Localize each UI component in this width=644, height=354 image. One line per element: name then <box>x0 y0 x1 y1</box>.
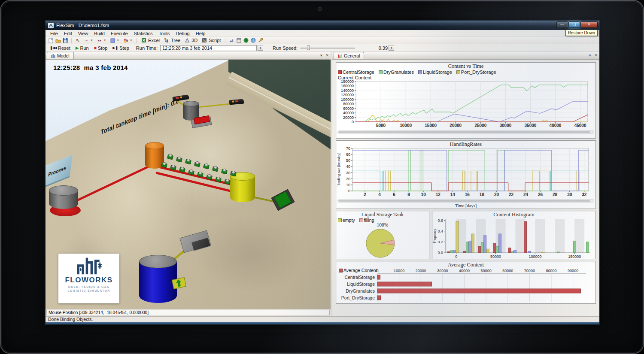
menu-file[interactable]: File <box>47 30 61 36</box>
menu-statistics[interactable]: Statistics <box>131 30 156 36</box>
run-icon: ▶ <box>76 45 79 50</box>
general-pane-menu-icon[interactable]: ▾ <box>589 53 591 57</box>
svg-text:0.0: 0.0 <box>437 251 443 255</box>
slider-thumb[interactable] <box>307 45 310 50</box>
flow-icon[interactable]: ⇄ <box>228 37 234 43</box>
restore-button[interactable]: ❐ <box>568 21 580 28</box>
reset-button[interactable]: ❚◀◀Reset <box>47 45 73 51</box>
menu-edit[interactable]: Edit <box>61 30 75 36</box>
tab-general[interactable]: General <box>334 52 364 59</box>
fill-tool-icon <box>109 37 115 43</box>
svg-text:50: 50 <box>346 158 350 163</box>
truck <box>212 166 219 172</box>
floworks-subtitle1: BULK, FLUIDS & GAS <box>68 285 109 288</box>
current-content-label: Current Content <box>336 75 595 80</box>
model-tabstrip: Model ▾✕ <box>46 52 331 60</box>
chart1-scrollbar[interactable] <box>337 130 594 134</box>
svg-text:40000: 40000 <box>343 111 354 115</box>
window-layout-icon[interactable] <box>236 37 242 43</box>
truck <box>194 161 200 167</box>
general-pane-close-icon[interactable]: ✕ <box>594 53 598 57</box>
run-speed-slider[interactable] <box>300 45 355 51</box>
svg-text:15000: 15000 <box>425 123 437 128</box>
svg-text:4: 4 <box>378 192 381 197</box>
truck <box>170 165 176 170</box>
library-tool-button[interactable]: ▾ <box>122 37 134 43</box>
run-time-dropdown[interactable]: ▾ <box>258 45 263 51</box>
chart-content-histogram: Content Histogram 0.00.20.40.60500001000… <box>432 211 596 259</box>
tab-model[interactable]: Model <box>47 52 74 59</box>
content-vs-time-plot: 0200004000060000800001000001200001400001… <box>336 80 592 128</box>
tank-gray-red <box>49 185 78 216</box>
pointer-tool-icon[interactable]: ↖ <box>75 37 81 43</box>
general-tab-icon <box>338 54 342 58</box>
svg-text:0: 0 <box>348 189 350 193</box>
chart1-scrollbar-thumb[interactable] <box>338 131 590 133</box>
excel-button[interactable]: Excel <box>140 37 161 43</box>
model-pane-menu-icon[interactable]: ▾ <box>320 53 322 57</box>
excel-icon <box>141 37 147 43</box>
create-objects-button[interactable]: ⚏▾ <box>95 37 107 43</box>
step-button[interactable]: ▶❚Step <box>110 45 132 51</box>
menu-tools[interactable]: Tools <box>156 30 173 36</box>
open-folder-icon[interactable] <box>55 37 61 43</box>
svg-text:40: 40 <box>346 164 350 169</box>
save-icon[interactable] <box>62 37 68 43</box>
svg-text:10000: 10000 <box>400 123 412 128</box>
run-speed-dropdown[interactable]: ▾ <box>389 45 394 51</box>
run-time-field[interactable]: 12:25:28 ma 3 feb 2014 <box>160 45 257 51</box>
help-icon[interactable]: ? <box>243 37 249 43</box>
chart2-scrollbar[interactable] <box>337 199 594 203</box>
truck <box>185 159 191 165</box>
menu-debug[interactable]: Debug <box>173 30 192 36</box>
svg-text:CentralStorage: CentralStorage <box>344 275 375 280</box>
svg-text:0.6: 0.6 <box>437 218 443 223</box>
run-time-label: Run Time: <box>136 45 158 51</box>
svg-text:18: 18 <box>480 192 485 197</box>
3d-button[interactable]: 3D <box>183 37 199 43</box>
close-button[interactable]: ✕ <box>580 21 598 28</box>
minimize-button[interactable]: — <box>556 21 568 28</box>
menu-build[interactable]: Build <box>91 30 107 36</box>
legend-filling: filling <box>359 218 374 223</box>
script-label: Script <box>209 38 221 43</box>
reset-icon: ❚◀◀ <box>50 46 57 50</box>
window-bottom-edge <box>46 322 599 324</box>
viewport-3d[interactable]: 12:25:28 ma 3 feb 2014 Total tanktop tim… <box>46 60 331 309</box>
run-button[interactable]: ▶Run <box>73 45 91 51</box>
tools-icon[interactable] <box>258 37 264 43</box>
globe-icon[interactable] <box>250 37 256 43</box>
fill-tool-button[interactable]: ▾ <box>108 37 120 43</box>
stop-icon: ■ <box>94 45 97 50</box>
general-tabstrip: General ▾✕ <box>332 52 599 60</box>
legend-empty: empty <box>338 218 355 223</box>
tank-blue <box>139 255 177 303</box>
monitor-bezel: FlexSim - D:\demo1.fsm — ❐ ✕ Restore Dow… <box>0 0 644 354</box>
model-tab-label: Model <box>57 53 70 58</box>
svg-text:5000: 5000 <box>376 123 386 128</box>
floworks-logo-mark <box>75 256 103 275</box>
new-file-icon[interactable] <box>48 37 54 43</box>
create-objects-icon: ⚏ <box>97 37 103 43</box>
svg-text:Frequency: Frequency <box>433 229 437 243</box>
mouse-position-value: Mouse Position [309.334214, -18.045451, … <box>46 310 330 315</box>
general-pane: General ▾✕ Content vs Time CentralStorag… <box>332 52 599 316</box>
model-pane-close-icon[interactable]: ✕ <box>325 53 329 57</box>
stop-button[interactable]: ■Stop <box>91 45 110 51</box>
svg-text:0.4: 0.4 <box>437 229 443 233</box>
svg-text:70000: 70000 <box>524 269 535 273</box>
title-bar[interactable]: FlexSim - D:\demo1.fsm — ❐ ✕ Restore Dow… <box>46 21 599 30</box>
svg-text:0: 0 <box>352 120 354 124</box>
tree-button[interactable]: Tree <box>162 37 182 43</box>
script-button[interactable]: Script <box>200 37 222 43</box>
legend-chip <box>359 218 363 222</box>
menu-view[interactable]: View <box>75 30 91 36</box>
truck <box>203 164 210 169</box>
menu-execute[interactable]: Execute <box>108 30 131 36</box>
menu-help[interactable]: Help <box>193 30 209 36</box>
chart2-scrollbar-thumb[interactable] <box>338 200 590 202</box>
floworks-logo-card: FLOWORKS BULK, FLUIDS & GAS LOGISTIC SIM… <box>58 254 119 303</box>
svg-text:30: 30 <box>567 192 572 197</box>
connect-tool-button[interactable]: ∽▾ <box>82 37 94 43</box>
svg-text:Port_DryStorage: Port_DryStorage <box>341 295 375 300</box>
